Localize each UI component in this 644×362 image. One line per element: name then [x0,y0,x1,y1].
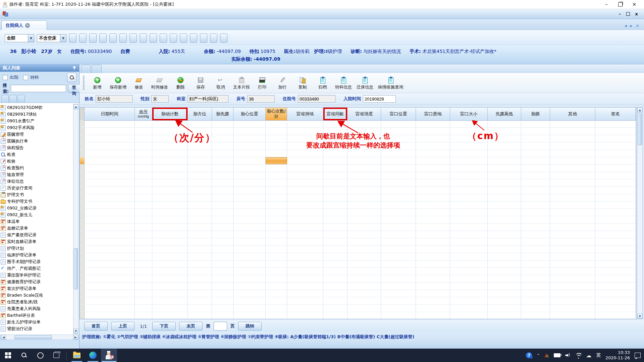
table-cell[interactable] [152,201,188,208]
chevron-down-icon[interactable]: ▼ [28,35,34,42]
table-cell[interactable] [381,135,416,142]
column-header[interactable]: 签名 [595,108,636,120]
table-cell[interactable] [595,231,636,238]
table-cell[interactable] [287,297,323,304]
table-cell[interactable] [135,312,152,319]
table-cell[interactable] [323,275,347,282]
table-cell[interactable] [450,194,488,201]
table-cell[interactable] [521,268,550,275]
table-cell[interactable] [233,172,266,179]
table-cell[interactable] [85,165,135,172]
tree-item[interactable]: − 08291027GDM饮 [1,104,72,111]
table-cell[interactable] [381,216,416,223]
table-cell[interactable] [488,224,521,231]
table-cell[interactable] [595,305,636,312]
table-cell[interactable] [212,209,233,216]
table-cell[interactable] [550,172,595,179]
table-cell[interactable] [266,187,287,194]
scroll-right-icon[interactable]: ▶ [73,335,78,340]
table-cell[interactable] [233,157,266,164]
table-cell[interactable] [233,194,266,201]
table-cell[interactable] [85,224,135,231]
table-cell[interactable] [550,283,595,290]
table-cell[interactable] [85,172,135,179]
close-button[interactable]: × [631,2,637,7]
table-cell[interactable] [188,238,212,245]
toolbar-button[interactable]: 保存 [191,76,211,91]
table-cell[interactable] [416,194,450,201]
table-cell[interactable] [266,201,287,208]
table-cell[interactable] [80,165,85,172]
scrollbar-thumb[interactable] [638,114,642,145]
task-view-button[interactable] [48,349,64,362]
table-cell[interactable] [80,290,85,297]
volume-icon[interactable] [565,353,571,358]
table-cell[interactable] [212,231,233,238]
table-row[interactable] [80,260,636,268]
table-cell[interactable] [266,275,287,282]
table-cell[interactable] [266,268,287,275]
table-cell[interactable] [550,120,595,127]
table-cell[interactable] [488,209,521,216]
table-cell[interactable] [450,246,488,253]
table-cell[interactable] [488,290,521,297]
form-field-input[interactable] [298,95,335,103]
table-cell[interactable] [550,224,595,231]
table-cell[interactable] [347,172,381,179]
table-cell[interactable] [266,194,287,201]
table-cell[interactable] [188,260,212,267]
form-field-input[interactable] [187,95,228,103]
table-cell[interactable] [188,172,212,179]
table-cell[interactable] [135,231,152,238]
tab-scroll-left-icon[interactable]: ◂ [625,23,627,28]
table-cell[interactable] [381,157,416,164]
filter-button[interactable] [200,34,207,43]
table-cell[interactable] [212,120,233,127]
table-row[interactable] [80,305,636,312]
table-cell[interactable] [450,201,488,208]
table-row[interactable] [80,150,636,157]
tree-item[interactable]: − 待产、产程观察记 [1,265,72,272]
table-cell[interactable] [233,231,266,238]
table-cell[interactable] [521,142,550,149]
table-cell[interactable] [212,128,233,135]
table-cell[interactable] [521,246,550,253]
table-cell[interactable] [85,201,135,208]
table-cell[interactable] [188,150,212,157]
table-cell[interactable] [381,283,416,290]
table-cell[interactable] [323,165,347,172]
table-cell[interactable] [416,216,450,223]
table-cell[interactable] [416,224,450,231]
table-cell[interactable] [450,142,488,149]
table-cell[interactable] [287,142,323,149]
tree-item[interactable]: − 临床护理记录单 [1,252,72,258]
table-cell[interactable] [152,290,188,297]
table-cell[interactable] [152,179,188,186]
tree-item[interactable]: − 首次护理记录单 [1,285,72,292]
table-cell[interactable] [323,150,347,157]
table-cell[interactable] [152,297,188,304]
table-cell[interactable] [595,120,636,127]
table-cell[interactable] [381,209,416,216]
table-cell[interactable] [287,290,323,297]
table-cell[interactable] [152,150,188,157]
filter-button[interactable] [170,34,177,43]
toolbar-button[interactable]: 病情措施查询 [376,76,406,91]
table-cell[interactable] [550,179,595,186]
toolbar-button[interactable]: 修改 [129,76,149,91]
table-cell[interactable] [266,231,287,238]
table-cell[interactable] [266,179,287,186]
tree-item[interactable]: − 检验 [1,158,72,165]
mdi-minimize-button[interactable]: - [619,12,621,16]
table-cell[interactable] [85,142,135,149]
table-cell[interactable] [85,216,135,223]
table-cell[interactable] [152,194,188,201]
table-cell[interactable] [266,157,287,164]
toolbar-button[interactable]: 转科信息 [333,76,354,91]
table-cell[interactable] [521,275,550,282]
table-cell[interactable] [488,275,521,282]
tray-expand-icon[interactable]: ⌃ [537,353,540,358]
filter-button[interactable] [99,34,107,43]
table-cell[interactable] [135,172,152,179]
table-cell[interactable] [323,297,347,304]
